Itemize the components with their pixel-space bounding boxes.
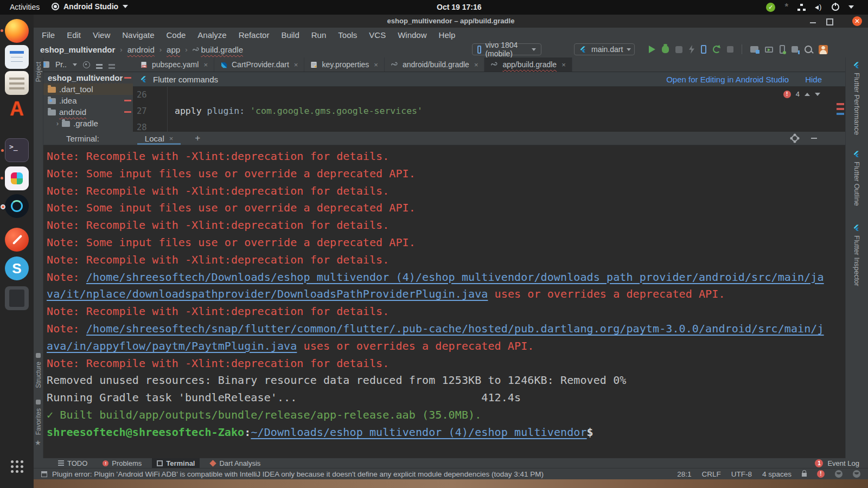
software-dock-icon[interactable]: [5, 97, 29, 121]
writer-dock-icon[interactable]: [5, 45, 29, 69]
indent-style[interactable]: 4 spaces: [762, 470, 792, 478]
app-menu-button[interactable]: Android Studio: [52, 2, 128, 11]
tool-stripe-favorites[interactable]: Favorites: [34, 400, 43, 435]
status-message[interactable]: Plugin error: Plugin 'Android WiFi ADB' …: [52, 470, 544, 478]
activities-button[interactable]: Activities: [10, 3, 40, 11]
pen-dock-icon[interactable]: [5, 228, 29, 252]
project-row-eshop-multivendor[interactable]: eshop_multivendor: [43, 72, 133, 84]
tool-stripe-flutter-inspector[interactable]: Flutter Inspector: [846, 224, 868, 286]
files-dock-icon[interactable]: [5, 71, 29, 95]
project-view-label[interactable]: Pr..: [55, 60, 67, 69]
power-icon[interactable]: [832, 3, 839, 11]
project-row-android[interactable]: android: [43, 106, 133, 118]
code-area[interactable]: apply plugin: 'com.google.gms.google-ser…: [175, 87, 423, 119]
menu-tools[interactable]: Tools: [332, 30, 363, 40]
hide-banner-link[interactable]: Hide: [805, 75, 822, 84]
collapse-all-icon[interactable]: [108, 64, 115, 66]
volume-icon[interactable]: [815, 4, 822, 11]
menu-help[interactable]: Help: [433, 30, 462, 40]
hot-reload-button[interactable]: [713, 46, 720, 53]
expand-all-icon[interactable]: [96, 64, 103, 66]
menu-code[interactable]: Code: [160, 30, 192, 40]
tab-key-properties[interactable]: key.properties×: [304, 57, 385, 72]
toolwindow-problems[interactable]: Problems: [98, 458, 146, 468]
lock-icon[interactable]: [802, 473, 807, 477]
attach-debugger-button[interactable]: [675, 46, 682, 53]
clock[interactable]: Oct 19 17:16: [437, 3, 482, 11]
hide-panel-icon[interactable]: [811, 138, 817, 139]
close-icon[interactable]: ×: [203, 61, 208, 69]
bookmark-star-icon[interactable]: [35, 439, 41, 447]
gear-icon[interactable]: [792, 135, 798, 142]
terminal-link[interactable]: ava/in/appyflow/paytm/PaytmPlugin.java: [47, 339, 297, 352]
locate-file-icon[interactable]: [83, 61, 90, 68]
menu-run[interactable]: Run: [305, 30, 333, 40]
device-manager-button[interactable]: [750, 46, 758, 53]
tool-stripe-flutter-performance[interactable]: Flutter Performance: [846, 62, 868, 135]
terminal-dock-icon[interactable]: [5, 138, 29, 162]
tool-stripe-structure[interactable]: Structure: [34, 353, 43, 388]
window-title-bar[interactable]: eshop_multivendor – app/build.gradle: [34, 15, 868, 28]
line-separator[interactable]: CRLF: [701, 470, 720, 478]
toolwindow-dart-analysis[interactable]: Dart Analysis: [205, 458, 265, 468]
profile-avatar[interactable]: [819, 45, 828, 54]
tab-app-build-gradle[interactable]: app/build.gradle×: [484, 57, 572, 72]
tab-android-build-gradle[interactable]: android/build.gradle×: [385, 57, 485, 72]
menu-vcs[interactable]: VCS: [363, 30, 392, 40]
error-stripe-mark[interactable]: [837, 108, 844, 110]
network-icon[interactable]: [797, 4, 806, 11]
chevron-down-icon[interactable]: [73, 63, 77, 66]
toolwindow-terminal[interactable]: Terminal: [152, 458, 200, 468]
project-row--gradle[interactable]: .gradle: [43, 118, 133, 129]
next-error-icon[interactable]: [815, 93, 820, 96]
close-icon[interactable]: ×: [294, 61, 298, 69]
breadcrumb-item-app[interactable]: app: [167, 45, 180, 54]
terminal-link[interactable]: va/it/nplace/downloadspathprovider/Downl…: [47, 287, 488, 300]
caret-position[interactable]: 28:1: [677, 470, 691, 478]
maximize-button[interactable]: [826, 18, 833, 25]
skype-dock-icon[interactable]: [5, 256, 29, 280]
slack-dock-icon[interactable]: [5, 166, 29, 190]
menu-navigate[interactable]: Navigate: [116, 30, 160, 40]
terminal-link[interactable]: /home/shreesoftech/Downloads/eshop_multi…: [86, 271, 824, 284]
terminal-link[interactable]: /home/shreesoftech/snap/flutter/common/f…: [86, 322, 824, 335]
event-log-button[interactable]: 1 Event Log: [815, 459, 868, 467]
tool-stripe-flutter-outline[interactable]: Flutter Outline: [846, 151, 868, 206]
menu-window[interactable]: Window: [392, 30, 432, 40]
tab-pubspec-yaml[interactable]: YMLpubspec.yaml×: [135, 57, 214, 72]
menu-refactor[interactable]: Refactor: [233, 30, 276, 40]
device-selector[interactable]: vivo 1804 (mobile): [472, 43, 541, 55]
sdk-manager-button[interactable]: [792, 46, 798, 53]
prev-error-icon[interactable]: [805, 93, 810, 96]
notification-icon[interactable]: [835, 470, 843, 478]
chevron-right-icon[interactable]: [56, 120, 59, 127]
new-terminal-session-button[interactable]: [195, 133, 200, 144]
terminal-link[interactable]: ~/Downloads/eshop_multivendor (4)/eshop_…: [251, 426, 586, 439]
close-icon[interactable]: ×: [474, 61, 478, 69]
stop-button[interactable]: [727, 46, 733, 53]
phone-dock-icon[interactable]: [5, 286, 29, 310]
minimize-button[interactable]: [810, 22, 816, 23]
close-icon[interactable]: ×: [561, 61, 566, 69]
menu-build[interactable]: Build: [275, 30, 305, 40]
tray-chevron-down-icon[interactable]: [848, 5, 854, 9]
terminal-tab-local[interactable]: Local ×: [137, 132, 181, 145]
open-devtools-button[interactable]: [701, 45, 706, 54]
android-studio-dock-icon[interactable]: [5, 194, 29, 218]
debug-button[interactable]: [662, 46, 669, 53]
flutter-attach-button[interactable]: [689, 45, 694, 54]
avd-manager-button[interactable]: [765, 47, 773, 53]
open-in-android-studio-link[interactable]: Open for Editing in Android Studio: [666, 75, 789, 84]
terminal-output[interactable]: Note: Recompile with -Xlint:deprecation …: [43, 145, 845, 458]
breadcrumb-item-eshop-multivendor[interactable]: eshop_multivendor: [40, 45, 115, 54]
close-icon[interactable]: ×: [169, 134, 174, 143]
menu-analyze[interactable]: Analyze: [192, 30, 232, 40]
project-row--dart-tool[interactable]: .dart_tool: [43, 84, 133, 95]
project-row--idea[interactable]: .idea: [43, 95, 133, 106]
toolwindow-todo[interactable]: TODO: [53, 458, 92, 468]
menu-file[interactable]: File: [36, 30, 61, 40]
notification-icon[interactable]: [853, 470, 860, 478]
editor-error-widget[interactable]: 4: [783, 90, 820, 98]
messenger-status-icon[interactable]: [766, 3, 775, 12]
info-stripe-mark[interactable]: [837, 113, 844, 115]
